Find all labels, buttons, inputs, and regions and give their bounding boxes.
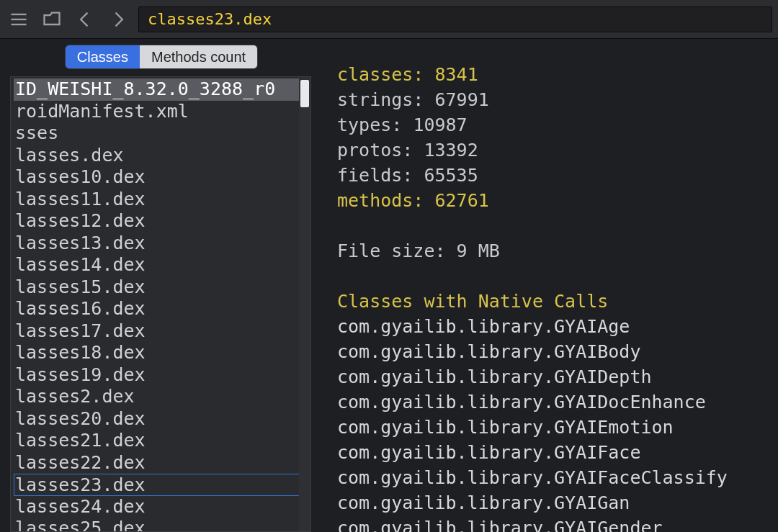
stat-fields: fields: 65535: [337, 163, 772, 188]
detail-panel: classes: 8341 strings: 67991 types: 1098…: [323, 39, 778, 532]
back-icon[interactable]: [72, 6, 98, 32]
top-toolbar: classes23.dex: [0, 0, 778, 39]
stat-strings: strings: 67991: [337, 87, 772, 112]
file-item[interactable]: lasses21.dex: [14, 430, 306, 452]
file-item[interactable]: lasses2.dex: [14, 386, 306, 408]
file-item[interactable]: lasses19.dex: [14, 364, 306, 387]
native-call-item: com.gyailib.library.GYAIDocEnhance: [337, 389, 772, 415]
file-item[interactable]: lasses17.dex: [14, 320, 306, 343]
file-list[interactable]: ID_WEISHI_8.32.0_3288_r0roidManifest.xml…: [11, 77, 310, 531]
file-item[interactable]: lasses14.dex: [14, 254, 306, 276]
file-item[interactable]: lasses25.dex: [14, 518, 306, 531]
file-item[interactable]: lasses22.dex: [14, 452, 306, 474]
file-item[interactable]: lasses16.dex: [14, 298, 306, 320]
left-panel: Classes Methods count ID_WEISHI_8.32.0_3…: [0, 39, 323, 532]
scrollbar[interactable]: [299, 77, 310, 531]
file-item[interactable]: ID_WEISHI_8.32.0_3288_r0: [14, 78, 306, 101]
file-item[interactable]: lasses.dex: [14, 145, 306, 167]
native-call-item: com.gyailib.library.GYAIFace: [337, 440, 772, 465]
main-area: Classes Methods count ID_WEISHI_8.32.0_3…: [0, 39, 778, 532]
path-text: classes23.dex: [148, 10, 272, 28]
stat-filesize: File size: 9 MB: [337, 238, 772, 263]
tab-icon[interactable]: [39, 6, 65, 32]
file-item[interactable]: lasses20.dex: [14, 408, 306, 430]
native-call-item: com.gyailib.library.GYAIGan: [337, 490, 772, 515]
tab-bar: Classes Methods count: [0, 39, 323, 73]
file-item[interactable]: sses: [14, 122, 306, 145]
native-call-item: com.gyailib.library.GYAIFaceClassify: [337, 465, 772, 490]
file-item[interactable]: lasses12.dex: [14, 210, 306, 233]
tab-methods-count[interactable]: Methods count: [140, 45, 257, 68]
file-list-pane: ID_WEISHI_8.32.0_3288_r0roidManifest.xml…: [10, 76, 311, 532]
native-calls-title: Classes with Native Calls: [337, 289, 772, 314]
scrollbar-thumb[interactable]: [300, 80, 309, 107]
menu-icon[interactable]: [6, 6, 32, 32]
forward-icon[interactable]: [105, 6, 131, 32]
stat-methods: methods: 62761: [337, 188, 772, 213]
native-call-item: com.gyailib.library.GYAIGender: [337, 515, 772, 532]
file-item[interactable]: lasses11.dex: [14, 189, 306, 211]
file-item[interactable]: lasses15.dex: [14, 276, 306, 299]
file-item[interactable]: lasses18.dex: [14, 342, 306, 364]
file-item[interactable]: roidManifest.xml: [14, 101, 306, 123]
native-call-item: com.gyailib.library.GYAIDepth: [337, 364, 772, 389]
file-item[interactable]: lasses13.dex: [14, 233, 306, 255]
stat-protos: protos: 13392: [337, 137, 772, 163]
file-item[interactable]: lasses23.dex: [14, 474, 306, 496]
native-call-item: com.gyailib.library.GYAIBody: [337, 339, 772, 364]
tab-classes[interactable]: Classes: [66, 45, 140, 68]
native-calls-list: com.gyailib.library.GYAIAgecom.gyailib.l…: [337, 314, 772, 532]
native-call-item: com.gyailib.library.GYAIAge: [337, 314, 772, 339]
file-item[interactable]: lasses24.dex: [14, 496, 306, 518]
stat-classes: classes: 8341: [337, 62, 772, 87]
stat-types: types: 10987: [337, 112, 772, 137]
native-call-item: com.gyailib.library.GYAIEmotion: [337, 415, 772, 440]
file-item[interactable]: lasses10.dex: [14, 166, 306, 189]
path-field[interactable]: classes23.dex: [138, 6, 772, 32]
